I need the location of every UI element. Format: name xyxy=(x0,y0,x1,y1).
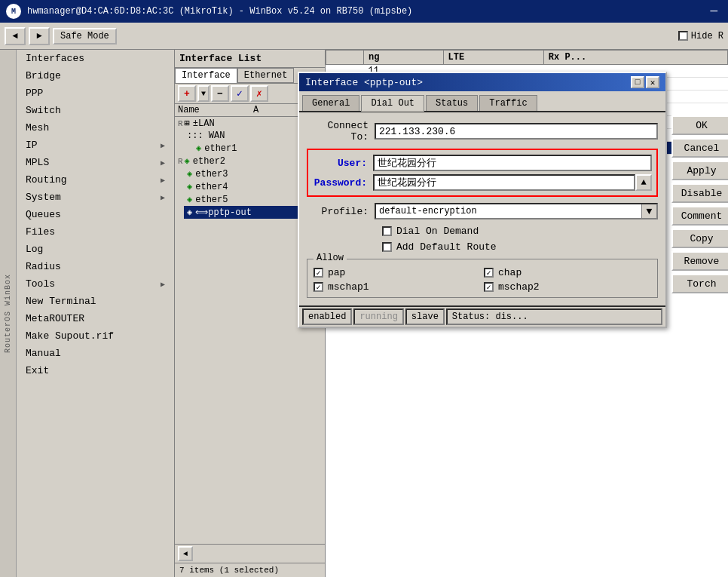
sidebar-labels: RouterOS WinBox xyxy=(0,50,17,577)
col-name-header: Name xyxy=(178,105,253,115)
panel-footer: 7 items (1 selected) xyxy=(175,563,325,577)
pap-checkbox[interactable] xyxy=(314,268,323,278)
sidebar-item-radius[interactable]: Radius xyxy=(17,258,174,275)
disable-button[interactable]: Disable xyxy=(671,183,728,203)
sidebar-item-queues[interactable]: Queues xyxy=(17,206,174,223)
sidebar-item-mesh[interactable]: Mesh xyxy=(17,119,174,137)
password-row: Password: ▲ xyxy=(313,174,652,191)
sidebar-item-routing[interactable]: Routing ▶ xyxy=(17,171,174,189)
iface-icon-pptp: ◈ xyxy=(187,207,192,218)
torch-button[interactable]: Torch xyxy=(671,274,728,293)
sidebar-item-new-terminal[interactable]: New Terminal xyxy=(17,293,174,310)
sidebar-arrow-routing: ▶ xyxy=(161,176,165,185)
dial-on-demand-checkbox[interactable] xyxy=(382,226,392,236)
sidebar-item-metarouter[interactable]: MetaROUTER xyxy=(17,310,174,327)
chap-label: chap xyxy=(498,267,522,278)
tab-status[interactable]: Status xyxy=(426,95,478,112)
sidebar-item-tools[interactable]: Tools ▶ xyxy=(17,275,174,293)
cross-button[interactable]: ✗ xyxy=(250,85,268,102)
dialog-close-button[interactable]: ✕ xyxy=(646,76,659,88)
th-rxp: Rx P... xyxy=(543,51,727,65)
profile-row: Profile: default-encryption ▼ xyxy=(307,203,658,219)
sidebar-item-bridge[interactable]: Bridge xyxy=(17,67,174,84)
tab-dial-out[interactable]: Dial Out xyxy=(361,95,424,112)
scroll-left-button[interactable]: ◄ xyxy=(178,546,193,561)
iface-name-ether1: ether1 xyxy=(204,143,237,154)
allow-group: Allow pap chap mschap1 xyxy=(307,259,658,298)
main-toolbar: ◄ ► Safe Mode Hide R xyxy=(0,23,728,50)
cancel-button[interactable]: Cancel xyxy=(671,138,728,158)
sidebar-item-log[interactable]: Log xyxy=(17,241,174,258)
sidebar-item-switch[interactable]: Switch xyxy=(17,102,174,119)
profile-label: Profile: xyxy=(307,206,375,217)
mschap1-checkbox[interactable] xyxy=(314,282,323,292)
comment-button[interactable]: Comment xyxy=(671,206,728,226)
safe-mode-button[interactable]: Safe Mode xyxy=(53,28,117,45)
add-default-route-row: Add Default Route xyxy=(382,241,658,253)
mschap2-checkbox[interactable] xyxy=(484,282,494,292)
tab-ethernet[interactable]: Ethernet xyxy=(237,68,295,83)
tab-traffic[interactable]: Traffic xyxy=(479,95,537,112)
user-input[interactable] xyxy=(373,155,652,171)
pptp-dialog[interactable]: Interface <pptp-out> □ ✕ General Dial Ou… xyxy=(298,72,667,328)
copy-button[interactable]: Copy xyxy=(671,229,728,248)
window-title: hwmanager@D4:CA:6D:D8:AC:3C (MikroTik) -… xyxy=(27,6,699,17)
apply-button[interactable]: Apply xyxy=(671,161,728,180)
iface-icon-ether3: ◈ xyxy=(187,168,192,180)
hide-checkbox[interactable] xyxy=(678,31,688,41)
chap-checkbox[interactable] xyxy=(484,268,494,278)
back-button[interactable]: ◄ xyxy=(5,27,26,45)
iface-name-pptp: ⟺pptp-out xyxy=(195,207,252,218)
forward-button[interactable]: ► xyxy=(29,27,50,45)
allow-mschap2: mschap2 xyxy=(484,281,651,293)
ok-button[interactable]: OK xyxy=(671,115,728,135)
check-button[interactable]: ✓ xyxy=(231,85,249,102)
pap-label: pap xyxy=(328,267,345,278)
iface-icon-ether2: ◈ xyxy=(185,155,190,167)
sidebar-arrow-system: ▶ xyxy=(161,193,165,202)
password-input-group: ▲ xyxy=(373,174,652,191)
connect-to-label: Connect To: xyxy=(307,120,375,143)
sidebar-item-ip[interactable]: IP ▶ xyxy=(17,137,174,154)
user-label: User: xyxy=(313,158,373,169)
iface-name-ether5: ether5 xyxy=(195,195,228,205)
sidebar-item-manual[interactable]: Manual xyxy=(17,345,174,362)
status-running: running xyxy=(353,308,403,325)
scroll-nav: ◄ xyxy=(175,544,325,563)
dialog-title-text: Interface <pptp-out> xyxy=(305,77,423,88)
sidebar-item-ppp[interactable]: PPP xyxy=(17,84,174,102)
add-default-route-checkbox[interactable] xyxy=(382,242,392,252)
password-input[interactable] xyxy=(373,174,635,191)
iface-icon-lan: ⊞ xyxy=(185,118,190,129)
mschap2-label: mschap2 xyxy=(498,281,540,293)
sidebar-item-system[interactable]: System ▶ xyxy=(17,189,174,206)
th-ng: ng xyxy=(364,51,444,65)
remove-button[interactable]: Remove xyxy=(671,251,728,271)
th-lte: LTE xyxy=(443,51,543,65)
user-row: User: xyxy=(313,155,652,171)
sidebar-item-mpls[interactable]: MPLS ▶ xyxy=(17,154,174,171)
sidebar-item-exit[interactable]: Exit xyxy=(17,362,174,379)
dialog-maximize-button[interactable]: □ xyxy=(631,76,644,88)
iface-name-ether4: ether4 xyxy=(195,182,228,192)
profile-dropdown-button[interactable]: ▼ xyxy=(641,204,656,218)
sidebar-arrow-tools: ▶ xyxy=(161,280,165,289)
password-toggle-button[interactable]: ▲ xyxy=(635,174,652,191)
remove-button[interactable]: − xyxy=(211,85,229,102)
iface-prefix-ether2: R xyxy=(178,157,183,166)
dialog-title-buttons: □ ✕ xyxy=(631,76,659,88)
sidebar-item-make-supout[interactable]: Make Supout.rif xyxy=(17,327,174,345)
tab-interface[interactable]: Interface xyxy=(175,68,237,83)
profile-select[interactable]: default-encryption ▼ xyxy=(375,203,658,219)
add-default-route-label: Add Default Route xyxy=(396,241,497,253)
add-button[interactable]: + xyxy=(178,85,196,102)
tab-general[interactable]: General xyxy=(302,95,359,112)
hide-label-area: Hide R xyxy=(678,31,723,41)
add-dropdown-button[interactable]: ▼ xyxy=(197,85,210,102)
sidebar-item-files[interactable]: Files xyxy=(17,223,174,241)
sidebar-item-interfaces[interactable]: Interfaces xyxy=(17,50,174,67)
minimize-button[interactable]: — xyxy=(705,5,722,18)
connect-to-input[interactable] xyxy=(375,123,658,140)
iface-name-ether3: ether3 xyxy=(195,169,228,180)
sidebar-arrow-ip: ▶ xyxy=(161,141,165,150)
